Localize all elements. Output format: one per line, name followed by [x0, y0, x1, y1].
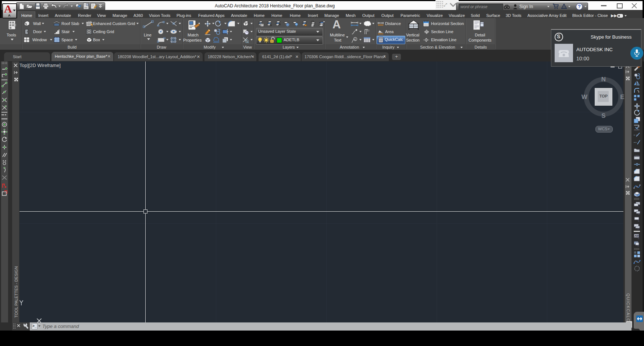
- svg-text:N: N: [601, 76, 606, 83]
- svg-text:W: W: [581, 93, 588, 100]
- svg-text:1: 1: [355, 38, 356, 40]
- svg-text:ABC: ABC: [634, 234, 640, 237]
- svg-text:S: S: [601, 112, 605, 119]
- svg-text:E: E: [620, 93, 624, 100]
